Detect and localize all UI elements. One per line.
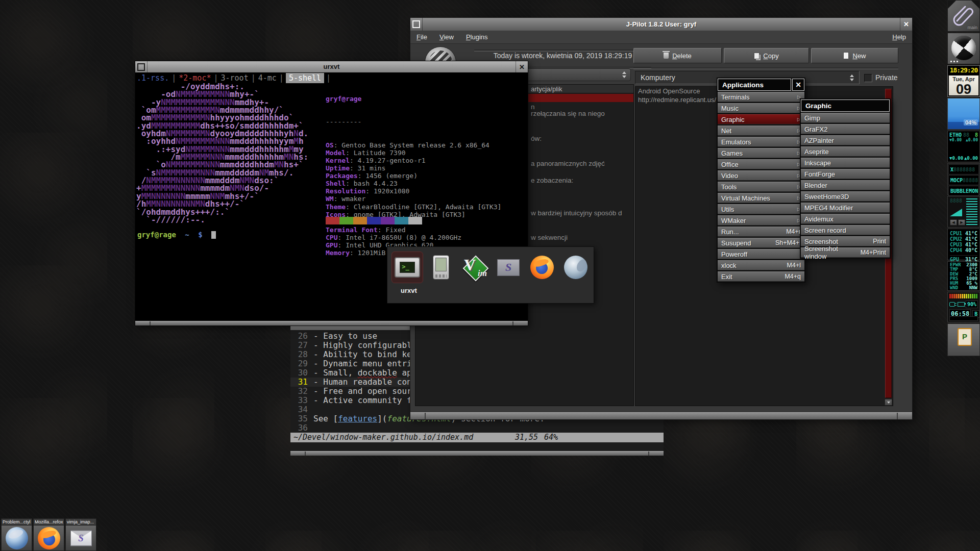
battery-icon (958, 302, 965, 307)
urxvt-close-button[interactable]: ✕ (516, 61, 528, 72)
menu-item-tools[interactable]: Tools▷ (718, 182, 804, 192)
miniaturize-icon (412, 20, 420, 28)
urxvt-titlebar[interactable]: urxvt ✕ (135, 61, 528, 72)
submenu-item-aseprite[interactable]: Aseprite (801, 146, 890, 157)
line-number: 34 (290, 405, 308, 414)
tmux-tab-3[interactable]: 3-root (220, 73, 249, 83)
copy-button[interactable]: Copy (724, 48, 809, 63)
menu-item-office[interactable]: Office▷ (718, 159, 804, 169)
menu-item-virtual-machines[interactable]: Virtual Machines▷ (718, 193, 804, 203)
menu-item-susupend[interactable]: SusupendSh+M4+l (718, 238, 804, 248)
switcher-icon-firefox-old[interactable] (560, 252, 592, 283)
today-text: Today is wtorek, kwietnia 09, 2019 18:29… (474, 52, 651, 60)
volume-ramp-icon (950, 209, 962, 216)
clip-workspace-label: main (967, 25, 977, 30)
indicator-dots (950, 61, 959, 62)
neofetch-row-uptime: Uptime: 31 mins (326, 164, 501, 172)
desktop: 26- Easy to use27- Highly configurable28… (0, 0, 980, 551)
firefox-icon (38, 527, 60, 549)
menu-item-wmaker[interactable]: WMaker▷ (718, 215, 804, 226)
submenu-item-grafx2[interactable]: GraFX2 (801, 124, 890, 134)
menu-view[interactable]: View (439, 33, 454, 41)
submenu-item-mpeg4-modifier[interactable]: MPEG4 Modifier (801, 203, 890, 213)
submenu-item-sweethome3d[interactable]: SweetHome3D (801, 191, 890, 202)
menu-item-exit[interactable]: ExitM4+q (718, 271, 804, 282)
vim-scroll-percent: 64% (544, 433, 558, 442)
menu-file[interactable]: File (416, 33, 427, 41)
switcher-icon-firefox[interactable] (526, 252, 558, 283)
jpilot-resizebar[interactable] (410, 412, 912, 419)
dock-net-monitor[interactable]: ETHO 88 8 ▼0.00▲0.00 ▼0.00▲0.00 (947, 131, 980, 162)
private-checkbox[interactable] (864, 74, 872, 82)
taskbar-item-vimja-imap[interactable]: vimja_imap...S (65, 518, 96, 551)
submenu-item-screen-record[interactable]: Screen record (801, 225, 890, 235)
scrollbar-down-button[interactable] (885, 399, 892, 406)
jpilot-close-button[interactable]: ✕ (900, 18, 912, 31)
menu-close-button[interactable]: ✕ (792, 79, 804, 91)
net-rate: ▲0.00 (966, 138, 978, 142)
submenu-item-fontforge[interactable]: FontForge (801, 169, 890, 179)
submenu-item-blender[interactable]: Blender (801, 180, 890, 190)
menu-item-xlock[interactable]: xlockM4+l (718, 260, 804, 270)
globe-icon (6, 527, 28, 549)
menu-item-utils[interactable]: Utils▷ (718, 204, 804, 214)
delete-button[interactable]: Delete (633, 48, 722, 63)
dock-clipboard-manager[interactable]: P (947, 323, 980, 356)
lcd-row-cpu1: CPU141°C (950, 231, 977, 236)
paperclip-icon (952, 4, 975, 27)
menu-help[interactable]: Help (892, 33, 906, 41)
clock-day: 09 (949, 83, 978, 96)
jpilot-titlebar[interactable]: J-Pilot 1.8.2 User: gryf ✕ (410, 18, 912, 31)
jpilot-miniaturize-button[interactable] (410, 18, 423, 31)
line-number: 27 (290, 341, 308, 350)
dock-loadmeter[interactable]: 04% (947, 98, 980, 130)
text-cursor (211, 231, 216, 239)
tab-separator: | (279, 73, 284, 83)
menu-item-graphic[interactable]: Graphic▷ (718, 114, 804, 124)
applications-menu-title[interactable]: Applications (718, 79, 791, 91)
dock-lcd-display[interactable]: X8888888MOCP88888BUBBLEMON (947, 163, 980, 195)
switcher-icon-mail[interactable]: S (493, 252, 524, 283)
menu-item-run[interactable]: Run...M4+r (718, 227, 804, 237)
menu-item-emulators[interactable]: Emulators▷ (718, 137, 804, 147)
tmux-tab-4[interactable]: 4-mc (258, 73, 277, 83)
submenu-item-screenshot-window[interactable]: Screenshot windowM4+Print (801, 247, 890, 258)
dock-cpu-temps[interactable]: CPU141°CCPU241°CCPU341°CCPU440°CGPU31°C (947, 229, 980, 260)
taskbar-item-mozilla-refox[interactable]: Mozilla...refox (33, 518, 64, 551)
tmux-tab-5[interactable]: 5-shell (286, 73, 324, 83)
dock-mixer[interactable]: 8888 ◀ ▶ (947, 196, 980, 228)
dock-clip[interactable]: main (947, 0, 980, 32)
urxvt-miniaturize-button[interactable] (135, 61, 148, 72)
menu-item-poweroff[interactable]: Poweroff (718, 249, 804, 259)
memo-text-fragment: e zobaczenia: (531, 177, 573, 184)
menu-item-music[interactable]: Music▷ (718, 103, 804, 113)
tab-separator: | (213, 73, 218, 83)
dock-weather[interactable]: EPWR2300TMP8°CDEW2°CPRS1009HUM65 %WNDNNW (947, 261, 980, 291)
menu-item-terminals[interactable]: Terminals▷ (718, 92, 804, 102)
menu-item-video[interactable]: Video▷ (718, 170, 804, 181)
submenu-item-azpainter[interactable]: AZPainter (801, 135, 890, 145)
mixer-next-button[interactable]: ▶ (958, 219, 965, 226)
dock-button-app[interactable] (947, 33, 980, 64)
menu-item-games[interactable]: Games▷ (718, 148, 804, 158)
switcher-icon-vim[interactable]: Vim (459, 252, 491, 283)
menu-plugins[interactable]: Plugins (466, 33, 488, 41)
vim-resizebar[interactable] (290, 451, 664, 456)
switcher-icon-urxvt[interactable]: >_ (391, 252, 423, 283)
jpilot-window-title: J-Pilot 1.8.2 User: gryf (423, 18, 900, 31)
submenu-item-gimp[interactable]: Gimp (801, 113, 890, 123)
tmux-tab-2[interactable]: *2-moc* (178, 73, 211, 83)
switcher-icon-jpilot[interactable] (425, 252, 457, 283)
menu-item-net[interactable]: Net▷ (718, 126, 804, 136)
new-button[interactable]: New (811, 48, 898, 63)
category-value: Komputery (641, 73, 675, 82)
urxvt-resizebar[interactable] (135, 321, 528, 325)
submenu-item-avidemux[interactable]: Avidemux (801, 214, 890, 224)
tmux-tab-1[interactable]: .1-rss. (136, 73, 169, 83)
dock-battery[interactable]: 90% 06:58 B (947, 292, 980, 322)
dock-clock[interactable]: 18:29:20 Tue, Apr 09 (947, 65, 980, 97)
mixer-prev-button[interactable]: ◀ (950, 219, 957, 226)
submenu-item-inkscape[interactable]: Inkscape (801, 158, 890, 168)
neofetch-row-packages: Packages: 1456 (emerge) (326, 172, 501, 180)
taskbar-item-problem-ctyl[interactable]: Problem...ctyl (1, 518, 32, 551)
